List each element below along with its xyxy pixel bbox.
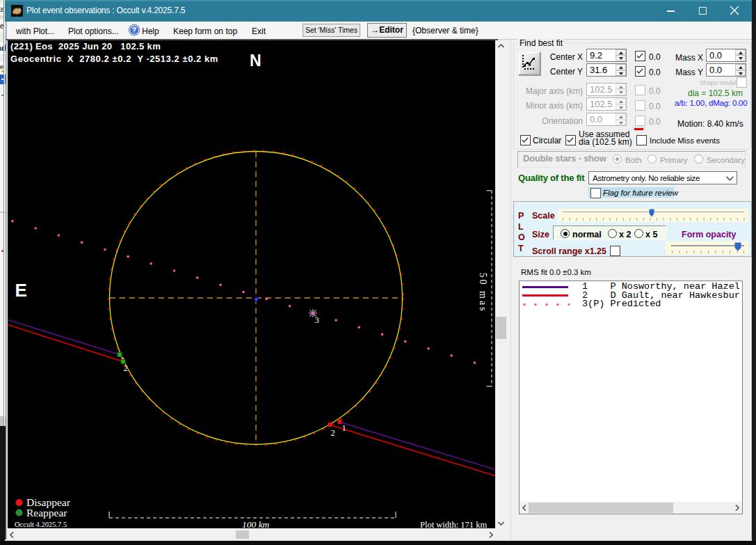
svg-text:(221) Eos 2025 Jun 20 102.5: (221) Eos 2025 Jun 20 102.5 km (10, 41, 161, 52)
svg-text:1: 1 (342, 423, 346, 433)
svg-text:Plot width: 171 km: Plot width: 171 km (420, 520, 487, 529)
svg-text:Geocentric X 2780.2 ±0.2 Y: Geocentric X 2780.2 ±0.2 Y -2513.2 ±0.2 … (10, 54, 218, 64)
svg-text:Reappear: Reappear (26, 507, 67, 519)
svg-text:100 km: 100 km (242, 519, 270, 528)
svg-text:Occult 4.2025.7.5: Occult 4.2025.7.5 (15, 521, 67, 528)
svg-text:50 mas: 50 mas (478, 273, 488, 313)
svg-text:E: E (15, 280, 27, 301)
svg-text:N: N (250, 52, 262, 70)
svg-text:2: 2 (331, 428, 335, 438)
svg-text:3: 3 (315, 315, 319, 325)
svg-text:2: 2 (124, 363, 128, 373)
